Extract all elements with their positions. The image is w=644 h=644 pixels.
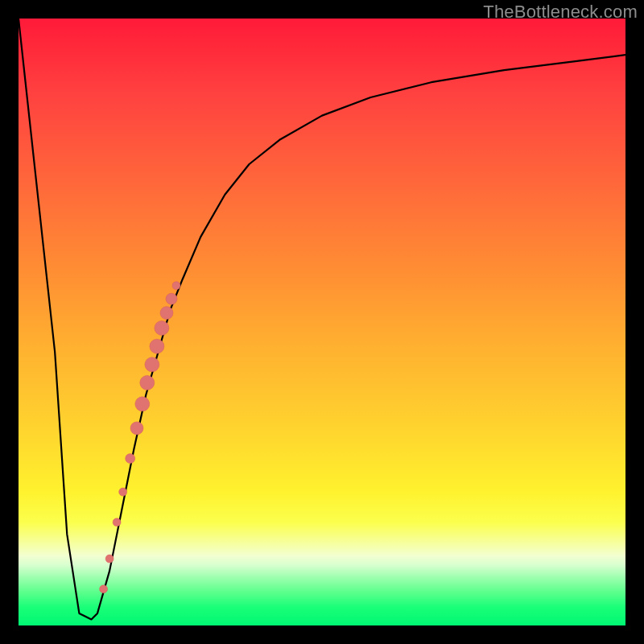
highlight-dot [172,282,180,290]
chart-frame: TheBottleneck.com [0,0,644,644]
highlight-dot [135,397,150,411]
highlight-dot [113,518,121,526]
highlight-dot [166,293,177,304]
highlight-dot [145,357,159,372]
plot-area [19,19,625,625]
highlight-dot [105,555,114,563]
highlight-dot [130,422,143,435]
highlight-dot [100,585,108,593]
highlight-dots [100,282,180,593]
highlight-dot [150,339,164,353]
curve-layer [19,19,625,625]
highlight-dot [155,321,169,336]
highlight-dot [160,307,173,320]
highlight-dot [126,454,135,464]
bottleneck-curve [19,19,625,620]
highlight-dot [140,375,155,390]
watermark-text: TheBottleneck.com [483,2,638,23]
highlight-dot [119,488,127,496]
